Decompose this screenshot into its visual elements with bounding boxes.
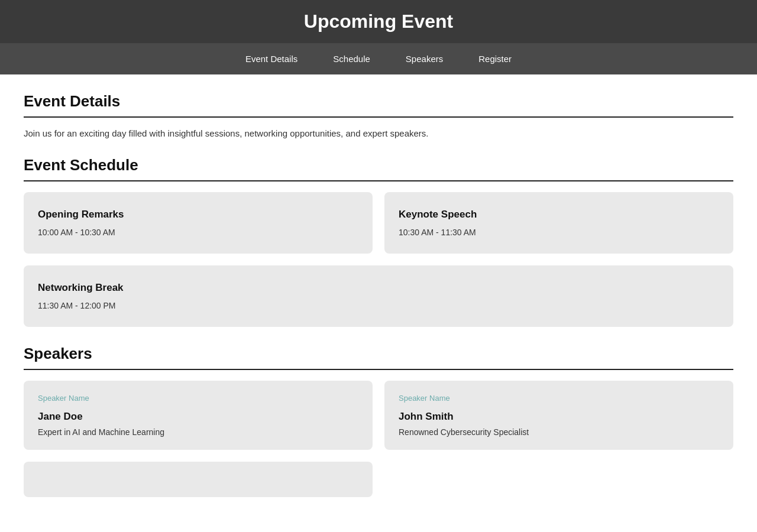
speaker-jane-doe-image: Speaker Name xyxy=(38,394,358,403)
speaker-john-smith-image: Speaker Name xyxy=(399,394,719,403)
page-header: Upcoming Event xyxy=(0,0,757,43)
main-content: Event Details Join us for an exciting da… xyxy=(0,74,757,515)
speaker-jane-doe-name: Jane Doe xyxy=(38,411,358,423)
speakers-title: Speakers xyxy=(24,345,733,363)
speaker-john-smith-bio: Renowned Cybersecurity Specialist xyxy=(399,427,719,437)
speaker-jane-doe-bio: Expert in AI and Machine Learning xyxy=(38,427,358,437)
speaker-john-smith-name: John Smith xyxy=(399,411,719,423)
event-details-divider xyxy=(24,116,733,118)
speaker-card-partial xyxy=(24,462,373,497)
schedule-card-keynote-time: 10:30 AM - 11:30 AM xyxy=(399,228,719,237)
speakers-section: Speakers Speaker Name Jane Doe Expert in… xyxy=(24,345,733,497)
page-title: Upcoming Event xyxy=(0,11,757,33)
main-nav: Event Details Schedule Speakers Register xyxy=(0,43,757,74)
nav-item-event-details[interactable]: Event Details xyxy=(228,43,315,74)
event-schedule-section: Event Schedule Opening Remarks 10:00 AM … xyxy=(24,156,733,327)
event-details-title: Event Details xyxy=(24,92,733,111)
schedule-grid: Opening Remarks 10:00 AM - 10:30 AM Keyn… xyxy=(24,192,733,327)
event-schedule-title: Event Schedule xyxy=(24,156,733,174)
event-details-section: Event Details Join us for an exciting da… xyxy=(24,92,733,138)
nav-item-speakers[interactable]: Speakers xyxy=(388,43,461,74)
schedule-card-opening-remarks-time: 10:00 AM - 10:30 AM xyxy=(38,228,358,237)
schedule-card-networking-title: Networking Break xyxy=(38,282,719,294)
speakers-grid: Speaker Name Jane Doe Expert in AI and M… xyxy=(24,381,733,450)
schedule-card-opening-remarks-title: Opening Remarks xyxy=(38,209,358,220)
event-details-description: Join us for an exciting day filled with … xyxy=(24,128,733,138)
schedule-card-keynote: Keynote Speech 10:30 AM - 11:30 AM xyxy=(384,192,733,254)
speaker-card-john-smith: Speaker Name John Smith Renowned Cyberse… xyxy=(384,381,733,450)
speaker-card-jane-doe: Speaker Name Jane Doe Expert in AI and M… xyxy=(24,381,373,450)
schedule-card-networking-time: 11:30 AM - 12:00 PM xyxy=(38,301,719,310)
partial-speaker-row xyxy=(24,462,733,497)
nav-item-register[interactable]: Register xyxy=(461,43,529,74)
schedule-card-networking: Networking Break 11:30 AM - 12:00 PM xyxy=(24,265,733,327)
schedule-card-opening-remarks: Opening Remarks 10:00 AM - 10:30 AM xyxy=(24,192,373,254)
nav-item-schedule[interactable]: Schedule xyxy=(315,43,388,74)
speakers-divider xyxy=(24,369,733,370)
event-schedule-divider xyxy=(24,180,733,181)
schedule-card-keynote-title: Keynote Speech xyxy=(399,209,719,220)
